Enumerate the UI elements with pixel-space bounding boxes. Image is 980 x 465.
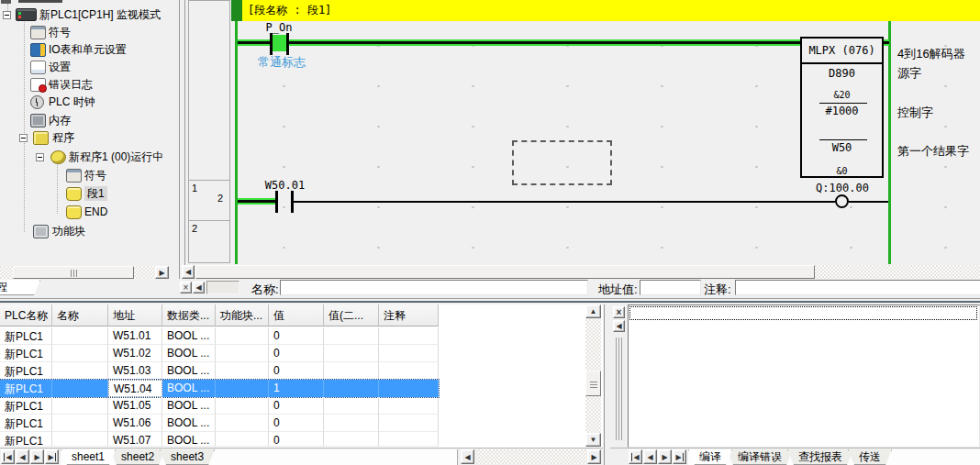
- tree-item-label[interactable]: 符号: [49, 25, 71, 39]
- tree-item-label[interactable]: 符号: [84, 168, 106, 183]
- cell-name[interactable]: [52, 362, 108, 380]
- tab-sheet3[interactable]: sheet3: [160, 449, 215, 465]
- cell-fb[interactable]: [216, 362, 269, 380]
- tab-find-report[interactable]: 查找报表: [787, 449, 853, 465]
- instruction-block-mlpx[interactable]: MLPX (076) D890 &20 #1000 W50 &0: [800, 37, 884, 178]
- cell-value[interactable]: 0: [269, 362, 324, 380]
- column-header[interactable]: 数据类...: [162, 304, 216, 327]
- cell-fb[interactable]: [216, 380, 269, 397]
- watch-vscroll-thumb[interactable]: [585, 371, 601, 396]
- cell-name[interactable]: [52, 345, 108, 362]
- cell-value2[interactable]: [324, 327, 379, 345]
- tab-workspace[interactable]: 工程: [0, 280, 40, 295]
- tab-compile[interactable]: 编译: [688, 449, 732, 465]
- rung-margin-cell[interactable]: 1 2: [188, 181, 230, 221]
- column-header[interactable]: 注释: [379, 304, 439, 327]
- operand-source-word[interactable]: D890: [802, 67, 882, 80]
- cell-comment[interactable]: [379, 327, 439, 345]
- cell-name[interactable]: [52, 397, 108, 415]
- column-header[interactable]: 值: [269, 304, 324, 327]
- watch-hscroll-right-button[interactable]: ▶: [587, 449, 601, 464]
- tree-item-label[interactable]: 内存: [49, 113, 71, 127]
- tree-hscrollbar[interactable]: ▶: [0, 266, 169, 279]
- cell-plc[interactable]: 新PLC1: [0, 380, 52, 397]
- contact-operand-label[interactable]: W50.01: [260, 179, 310, 192]
- cell-fb[interactable]: [216, 415, 269, 432]
- watch-row[interactable]: 新PLC1 W51.01 BOOL ... 0: [0, 327, 439, 345]
- cell-plc[interactable]: 新PLC1: [0, 345, 52, 362]
- watch-row[interactable]: 新PLC1 W51.07 BOOL ... 0: [0, 432, 439, 447]
- cell-comment[interactable]: [379, 415, 439, 432]
- collapse-minus-icon[interactable]: [3, 11, 11, 19]
- output-selected-line[interactable]: [629, 306, 977, 320]
- cell-fb[interactable]: [216, 397, 269, 415]
- watch-hscrollbar[interactable]: [474, 449, 587, 464]
- cell-value2[interactable]: [324, 362, 379, 380]
- cell-datatype[interactable]: BOOL ...: [162, 345, 216, 362]
- cell-comment[interactable]: [379, 380, 439, 397]
- output-prev-button[interactable]: ◀: [643, 449, 657, 464]
- coil-operand-label[interactable]: Q:100.00: [812, 182, 873, 194]
- cell-datatype[interactable]: BOOL ...: [162, 397, 216, 415]
- tab-sheet2[interactable]: sheet2: [110, 449, 165, 465]
- operand-control-word[interactable]: #1000: [802, 105, 882, 117]
- vertical-splitter[interactable]: [176, 0, 188, 296]
- cell-datatype[interactable]: BOOL ...: [162, 380, 216, 397]
- column-header[interactable]: PLC名称: [0, 304, 52, 327]
- collapse-field-bar-button[interactable]: ◀: [193, 282, 205, 293]
- sheet-first-button[interactable]: ◀: [1, 449, 15, 464]
- sheet-last-button[interactable]: ▶: [45, 449, 59, 464]
- scroll-down-button[interactable]: ▼: [585, 433, 601, 447]
- cell-address[interactable]: W51.03: [108, 362, 162, 380]
- cell-plc[interactable]: 新PLC1: [0, 362, 52, 380]
- watch-hscroll-left-button[interactable]: ◀: [461, 449, 474, 464]
- name-field-input[interactable]: [280, 280, 588, 295]
- ladder-hscrollbar[interactable]: [195, 265, 980, 279]
- close-output-button[interactable]: ×: [613, 306, 625, 318]
- section-banner[interactable]: [段名称 : 段1]: [242, 0, 980, 21]
- tree-item-label[interactable]: PLC 时钟: [49, 94, 95, 109]
- cell-value[interactable]: 0: [269, 327, 324, 345]
- tree-item-label[interactable]: IO表和单元设置: [49, 42, 127, 57]
- cell-datatype[interactable]: BOOL ...: [162, 432, 216, 447]
- rung-margin-cell[interactable]: [188, 0, 230, 181]
- tree-hscroll-thumb[interactable]: [13, 266, 134, 279]
- cell-address[interactable]: W51.02: [108, 345, 162, 362]
- comment-field-input[interactable]: [735, 280, 980, 295]
- cell-value2[interactable]: [324, 397, 379, 415]
- collapse-minus-icon[interactable]: [19, 134, 28, 142]
- cell-name[interactable]: [52, 380, 108, 397]
- cell-name[interactable]: [52, 432, 108, 447]
- cell-address[interactable]: W51.07: [108, 432, 162, 447]
- selection-marquee[interactable]: [512, 140, 612, 185]
- tree-item-label[interactable]: 段1: [84, 186, 107, 201]
- contact-w50-01[interactable]: [275, 191, 278, 213]
- column-header[interactable]: 地址: [108, 304, 162, 327]
- rung-margin-cell[interactable]: 2: [188, 221, 230, 263]
- cell-address-focused[interactable]: W51.04: [108, 380, 162, 397]
- contact-p-on[interactable]: [286, 33, 289, 55]
- output-coil[interactable]: [835, 194, 849, 208]
- cell-name[interactable]: [52, 415, 108, 432]
- horizontal-splitter[interactable]: [0, 297, 980, 304]
- cell-comment[interactable]: [379, 362, 439, 380]
- cell-datatype[interactable]: BOOL ...: [162, 415, 216, 432]
- cell-fb[interactable]: [216, 345, 269, 362]
- cell-value2[interactable]: [324, 345, 379, 362]
- watch-vscrollbar[interactable]: ▲ ▼: [585, 304, 601, 447]
- cell-address[interactable]: W51.05: [108, 397, 162, 415]
- tree-item-label[interactable]: 功能块: [52, 224, 85, 238]
- address-value-input[interactable]: [640, 280, 701, 295]
- sheet-prev-button[interactable]: ◀: [16, 449, 29, 464]
- watch-row[interactable]: 新PLC1 W51.03 BOOL ... 0: [0, 362, 439, 380]
- watch-row[interactable]: 新PLC1 W51.05 BOOL ... 0: [0, 397, 439, 415]
- watch-row[interactable]: 新PLC1 W51.06 BOOL ... 0: [0, 415, 439, 432]
- cell-fb[interactable]: [216, 432, 269, 447]
- cell-value2[interactable]: [324, 380, 379, 397]
- collapse-minus-icon[interactable]: [36, 153, 44, 161]
- contact-p-on[interactable]: [270, 33, 273, 55]
- cell-address[interactable]: W51.01: [108, 327, 162, 345]
- tree-item-label[interactable]: 程序: [52, 130, 74, 145]
- tree-item-label[interactable]: 新PLC1[CP1H] 监视模式: [39, 7, 161, 22]
- operand-result-word[interactable]: W50: [802, 141, 882, 154]
